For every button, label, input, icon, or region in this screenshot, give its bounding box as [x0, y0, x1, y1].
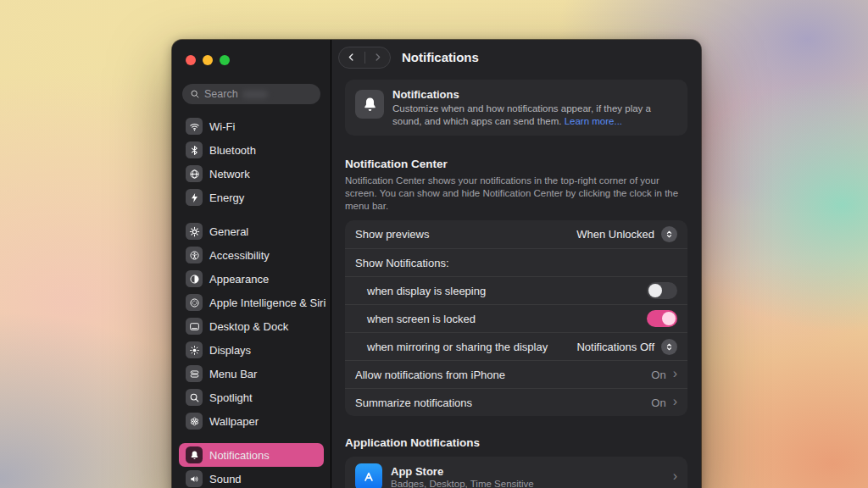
notification-center-group: Show previews When Unlocked Show Notific… [345, 220, 687, 416]
sidebar-item-label: Displays [209, 344, 251, 357]
sidebar-item-appearance[interactable]: Appearance [179, 267, 324, 291]
show-previews-row: Show previews When Unlocked [345, 220, 687, 248]
notification-center-heading: Notification Center [345, 158, 687, 170]
row-label: Show Notifications: [355, 257, 449, 269]
notifications-hero-card: Notifications Customize when and how not… [345, 80, 687, 136]
sidebar-item-label: Bluetooth [209, 144, 256, 157]
display-sleeping-row: when display is sleeping [345, 276, 687, 304]
bell-icon [186, 446, 203, 463]
toggle-knob [648, 284, 662, 297]
speaker-icon [186, 470, 203, 487]
sidebar-item-label: Wi-Fi [209, 120, 235, 133]
show-previews-dropdown[interactable] [661, 226, 677, 242]
wifi-icon [186, 118, 203, 135]
application-notifications-group: App Store Badges, Desktop, Time Sensitiv… [345, 457, 687, 488]
sidebar-nav: Wi-Fi Bluetooth Network Energy General [172, 114, 331, 488]
screen-locked-row: when screen is locked [345, 304, 687, 332]
sidebar-item-energy[interactable]: Energy [179, 186, 324, 209]
sidebar-item-apple-intelligence-siri[interactable]: Apple Intelligence & Siri [179, 291, 324, 314]
row-label: Summarize notifications [355, 396, 472, 409]
app-store-row[interactable]: App Store Badges, Desktop, Time Sensitiv… [345, 457, 687, 488]
sidebar-item-menu-bar[interactable]: Menu Bar [179, 362, 324, 385]
sidebar-item-label: Desktop & Dock [209, 320, 288, 333]
chevron-right-icon [372, 52, 383, 63]
hero-title: Notifications [392, 88, 677, 101]
screen-locked-toggle[interactable] [647, 310, 677, 327]
hero-description: Customize when and how notifications app… [392, 103, 677, 127]
app-text: App Store Badges, Desktop, Time Sensitiv… [391, 465, 665, 488]
back-button[interactable] [339, 47, 364, 68]
sidebar-item-desktop-dock[interactable]: Desktop & Dock [179, 314, 324, 338]
minimize-window-button[interactable] [203, 55, 213, 65]
magnifier-icon [186, 389, 203, 406]
app-name: App Store [391, 465, 665, 478]
chevron-right-icon: › [673, 395, 677, 408]
chevron-right-icon: › [673, 469, 677, 483]
sidebar-item-notifications[interactable]: Notifications [179, 443, 324, 467]
sidebar-item-label: General [209, 225, 248, 238]
chevron-up-down-icon [665, 342, 674, 352]
forward-button[interactable] [365, 47, 391, 68]
accessibility-icon [186, 247, 203, 263]
sidebar-item-general[interactable]: General [179, 219, 324, 243]
system-settings-window: Search Wi-Fi Bluetooth Network Energy [172, 40, 701, 488]
show-previews-value: When Unlocked [576, 228, 654, 241]
search-placeholder: Search [204, 88, 238, 100]
sidebar-item-bluetooth[interactable]: Bluetooth [179, 138, 324, 162]
sidebar-item-spotlight[interactable]: Spotlight [179, 385, 324, 409]
iphone-notifications-row[interactable]: Allow notifications from iPhone On › [345, 360, 687, 388]
menu-bar-icon [186, 365, 203, 382]
sun-icon [186, 341, 203, 358]
sidebar-item-sound[interactable]: Sound [179, 467, 324, 488]
sidebar-item-label: Network [209, 168, 250, 180]
summarize-notifications-value: On [651, 396, 665, 409]
dock-icon [186, 318, 203, 335]
row-label: Allow notifications from iPhone [355, 369, 505, 381]
zoom-window-button[interactable] [220, 55, 230, 65]
hero-text: Notifications Customize when and how not… [392, 88, 677, 127]
sidebar-item-network[interactable]: Network [179, 162, 324, 186]
bluetooth-icon [186, 141, 203, 158]
sidebar-item-label: Wallpaper [209, 415, 259, 428]
toggle-knob [662, 312, 676, 325]
main-header: Notifications [331, 40, 701, 75]
main-panel: Notifications Notifications Customize wh… [331, 40, 701, 488]
sidebar-item-accessibility[interactable]: Accessibility [179, 243, 324, 267]
learn-more-link[interactable]: Learn more... [565, 116, 622, 126]
show-notifications-row: Show Notifications: [345, 248, 687, 276]
row-label: when display is sleeping [367, 285, 486, 297]
globe-icon [186, 165, 203, 182]
close-window-button[interactable] [186, 55, 196, 65]
chevron-left-icon [346, 52, 357, 63]
siri-icon [186, 294, 203, 311]
settings-content: Notifications Customize when and how not… [331, 75, 701, 488]
page-title: Notifications [402, 50, 479, 64]
mirroring-row: when mirroring or sharing the display No… [345, 332, 687, 360]
sidebar: Search Wi-Fi Bluetooth Network Energy [172, 40, 331, 488]
gear-icon [186, 223, 203, 240]
search-icon [190, 89, 200, 99]
iphone-notifications-value: On [651, 369, 665, 381]
notification-center-description: Notification Center shows your notificat… [345, 175, 684, 213]
sidebar-item-label: Notifications [209, 449, 270, 462]
app-store-icon [355, 463, 382, 488]
app-detail: Badges, Desktop, Time Sensitive [391, 479, 665, 488]
sidebar-item-wallpaper[interactable]: Wallpaper [179, 409, 324, 433]
search-input[interactable]: Search [182, 84, 320, 104]
sidebar-item-label: Apple Intelligence & Siri [209, 297, 326, 309]
sidebar-item-displays[interactable]: Displays [179, 338, 324, 362]
sidebar-item-wifi[interactable]: Wi-Fi [179, 114, 324, 138]
flower-icon [186, 413, 203, 430]
history-nav [338, 47, 391, 69]
chevron-right-icon: › [673, 367, 677, 380]
display-sleeping-toggle[interactable] [647, 282, 677, 299]
summarize-notifications-row[interactable]: Summarize notifications On › [345, 388, 687, 416]
row-label: when mirroring or sharing the display [367, 341, 548, 353]
sidebar-item-label: Accessibility [209, 249, 270, 262]
sidebar-item-label: Energy [209, 191, 244, 204]
bell-icon [355, 90, 384, 119]
sidebar-item-label: Appearance [209, 273, 269, 286]
mirroring-dropdown[interactable] [661, 339, 677, 355]
sidebar-group-gap [179, 209, 324, 219]
window-controls [172, 48, 331, 65]
